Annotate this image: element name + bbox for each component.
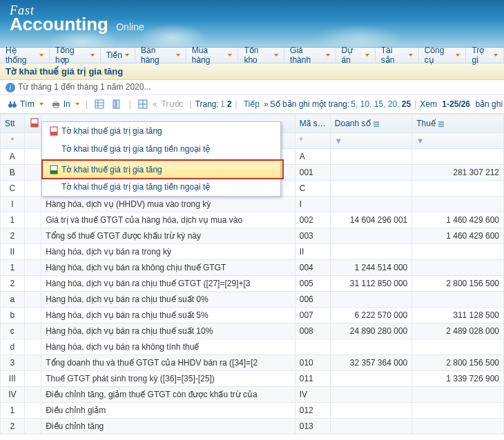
cell-dien-giai: Hàng hóa, dịch vụ (HHDV) mua vào trong k… [41,197,295,212]
brand-sub: Online [116,21,144,32]
cell-dien-giai: Hàng hóa, dịch vụ bán ra chịu thuế suất … [41,323,295,339]
table-row[interactable]: IIHàng hóa, dịch vụ bán ra trong kỳII [1,244,504,260]
filter-ds[interactable]: ▼ [330,133,411,149]
col-thue[interactable]: Thuế [412,114,504,133]
menu-tổng-hợp[interactable]: Tổng hợp [50,48,101,63]
cell-stt: I [1,197,25,212]
dropdown-item[interactable]: Tờ khai thuế giá trị gia tăng [42,122,280,140]
filter-stt[interactable]: * [1,133,25,149]
cell-thue: 1 460 429 600 [412,212,504,228]
pdf-icon [46,126,61,136]
prev-page[interactable]: Trước [159,98,186,110]
cell-dien-giai: Điều chỉnh tăng [41,419,295,434]
caret-icon [39,54,43,57]
cell-stt: 2 [1,276,25,292]
table-row[interactable]: IHàng hóa, dịch vụ (HHDV) mua vào trong … [1,197,504,212]
perpage-15[interactable]: 15 [371,99,383,109]
find-button[interactable]: Tìm [4,97,46,111]
tool-col-icon[interactable] [109,97,126,111]
table-icon [137,99,148,110]
table-row[interactable]: cHàng hóa, dịch vụ bán ra chịu thuế suất… [1,323,504,339]
svg-rect-12 [117,100,119,108]
cell-dien-giai: Giá trị và thuế GTGT của hàng hóa, dịch … [41,212,295,228]
caret-icon [274,54,278,57]
table-row[interactable]: 2Hàng hóa, dịch vụ bán ra chịu thuế GTGT… [1,276,504,292]
table-row[interactable]: 2Tổng số thuế GTGT được khấu trừ kỳ này0… [1,228,504,244]
dropdown-item[interactable]: Tờ khai thuế giá trị gia tăng tiền ngoại… [42,178,280,196]
print-button[interactable]: In [48,97,82,111]
cell-stt: d [1,339,25,355]
col-doanh-so[interactable]: Doanh số [330,114,411,133]
cell-ma-so [295,339,330,355]
page-1[interactable]: 1 [220,99,225,109]
svg-rect-3 [14,101,15,104]
menu-tài-sản[interactable]: Tài sản [376,48,419,63]
dropdown-item[interactable]: Tờ khai thuế giá trị gia tăng [41,161,281,179]
tool-grid-icon[interactable] [91,97,108,111]
tool-table-icon[interactable] [135,97,151,111]
cell-doanh-so [330,197,411,212]
perpage-25[interactable]: 25 [399,99,411,109]
cell-thue [412,244,504,260]
columns-icon [112,99,123,110]
xls-icon [46,165,61,174]
perpage-10[interactable]: 10 [358,99,369,109]
menu-giá-thành[interactable]: Giá thành [284,48,336,63]
cell-stt: A [1,149,25,165]
cell-stt: 3 [1,355,25,371]
cell-stt: 2 [1,228,25,244]
filter-ms[interactable]: * [295,133,330,149]
cell-dien-giai: Điều chỉnh giảm [41,403,295,419]
table-row[interactable]: 2Điều chỉnh tăng013 [1,419,504,434]
filter-thue[interactable]: ▼ [412,133,504,149]
caret-icon [90,54,95,57]
cell-stt: B [1,165,25,181]
export-dropdown[interactable]: Tờ khai thuế giá trị gia tăngTờ khai thu… [41,121,281,197]
table-row[interactable]: dHàng hóa, dịch vụ bán ra không tính thu… [1,339,504,355]
cell-ma-so: C [295,181,330,197]
menu-dự-án[interactable]: Dự án [336,48,376,63]
perpage-options: 5, 10, 15, 20, 25 [351,99,411,109]
table-row[interactable]: IIIThuế GTGT phát sinh trong kỳ ([36]=[3… [1,371,504,387]
table-row[interactable]: IVĐiều chỉnh tăng, giảm thuế GTGT còn đư… [1,387,504,403]
table-row[interactable]: 1Điều chỉnh giảm012 [1,403,504,419]
menu-tiền[interactable]: Tiền [101,48,135,63]
cell-thue [412,260,504,276]
cell-stt: II [1,244,25,260]
menu-mua-hàng[interactable]: Mua hàng [186,48,239,63]
cell-doanh-so [330,149,411,165]
table-row[interactable]: 1Hàng hóa, dịch vụ bán ra không chịu thu… [1,260,504,276]
cell-doanh-so [330,387,411,403]
page-2[interactable]: 2 [225,99,232,109]
cell-ma-so: II [295,244,330,260]
table-row[interactable]: 1Giá trị và thuế GTGT của hàng hóa, dịch… [1,212,504,228]
cell-ma-so: 011 [295,371,330,387]
next-page[interactable]: Tiếp [241,98,262,110]
last-page-icon[interactable]: » [264,99,269,109]
table-row[interactable]: 3Tổng doanh thu và thuế GTGT của HHDV bá… [1,355,504,371]
col-stt[interactable]: Stt [1,114,25,133]
cell-thue: 1 339 726 900 [412,371,504,387]
col-ma-so[interactable]: Mã số [295,114,330,133]
menu-tồn-kho[interactable]: Tồn kho [238,48,284,63]
menu-trợ-gi[interactable]: Trợ gi [466,48,504,63]
perpage-20[interactable]: 20 [385,99,397,109]
first-page-icon[interactable]: « [153,99,157,109]
table-row[interactable]: aHàng hóa, dịch vụ bán ra chịu thuế suất… [1,292,504,308]
table-row[interactable]: bHàng hóa, dịch vụ bán ra chịu thuế suất… [1,308,504,323]
svg-rect-2 [10,101,11,104]
menu-bán-hàng[interactable]: Bán hàng [135,48,186,63]
cell-stt: b [1,308,25,323]
menu-hệ-thống[interactable]: Hệ thống [0,48,50,63]
cell-ma-so: A [295,149,330,165]
caret-icon [365,54,369,57]
caret-icon [176,54,180,57]
toolbar: Tìm In | | « Trước | Trang: 1 2 | Tiếp »… [0,95,504,114]
cell-thue: 1 460 429 600 [412,228,504,244]
cell-thue: 281 307 212 [412,165,504,181]
col-export[interactable] [24,114,41,133]
caret-icon [228,54,232,57]
cell-doanh-so [330,244,411,260]
menu-công-cụ[interactable]: Công cụ [419,48,467,63]
dropdown-item[interactable]: Tờ khai thuế giá trị gia tăng tiền ngoại… [42,140,280,158]
